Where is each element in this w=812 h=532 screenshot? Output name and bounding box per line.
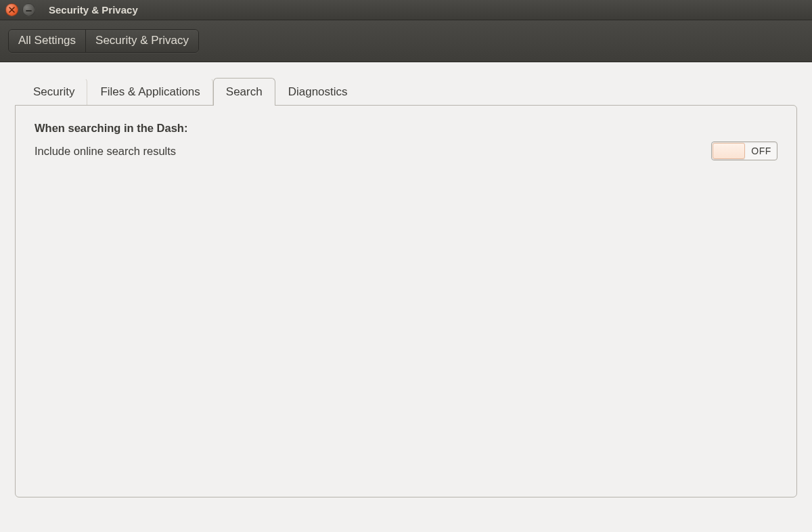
title-bar: Security & Privacy (0, 0, 812, 20)
tab-search[interactable]: Search (213, 78, 275, 106)
tab-panel: When searching in the Dash: Include onli… (15, 105, 797, 497)
option-row: Include online search results OFF (35, 141, 777, 160)
content-area: Security Files & Applications Search Dia… (0, 62, 812, 532)
tab-bar: Security Files & Applications Search Dia… (20, 77, 797, 105)
section-heading: When searching in the Dash: (35, 122, 777, 135)
tab-diagnostics[interactable]: Diagnostics (275, 78, 361, 106)
toggle-knob (713, 143, 745, 159)
breadcrumb-all-settings[interactable]: All Settings (9, 30, 86, 52)
toggle-state-label: OFF (746, 142, 777, 160)
breadcrumb-security-privacy[interactable]: Security & Privacy (86, 30, 198, 52)
close-icon[interactable] (5, 3, 18, 16)
online-search-toggle[interactable]: OFF (711, 141, 777, 160)
breadcrumb: All Settings Security & Privacy (8, 29, 199, 53)
tab-security[interactable]: Security (20, 78, 87, 106)
minimize-icon[interactable] (22, 3, 35, 16)
window-title: Security & Privacy (49, 4, 138, 16)
settings-window: Security & Privacy All Settings Security… (0, 0, 812, 532)
tab-files-applications[interactable]: Files & Applications (87, 78, 212, 106)
toolbar: All Settings Security & Privacy (0, 20, 812, 62)
option-label: Include online search results (35, 145, 176, 158)
